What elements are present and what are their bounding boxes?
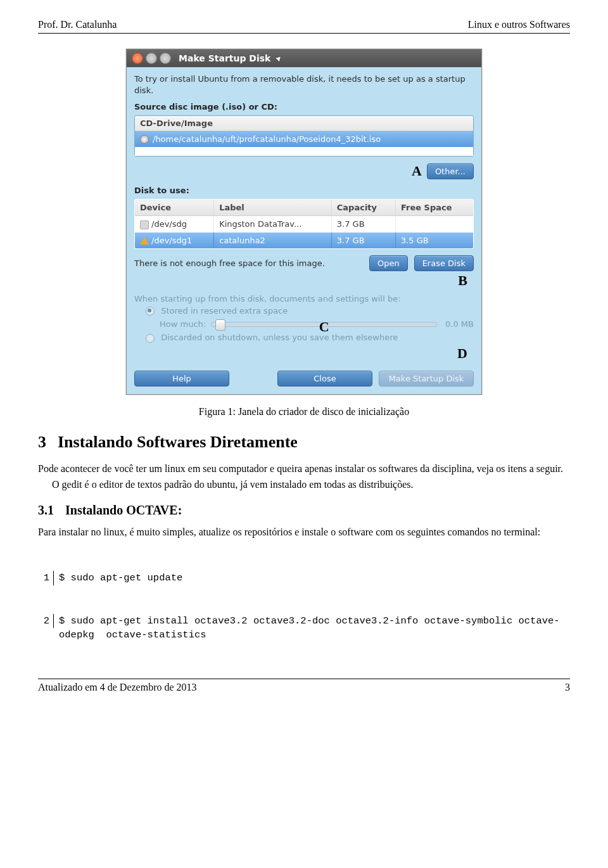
- open-button[interactable]: Open: [369, 255, 408, 271]
- cell-device: /dev/sdg1: [151, 236, 192, 245]
- code-text: $ sudo apt-get install octave3.2 octave3…: [59, 614, 570, 642]
- disk-label: Disk to use:: [134, 186, 474, 195]
- header-rule: [38, 33, 570, 34]
- lineno: 1: [38, 571, 54, 585]
- section-3-1-title: Instalando OCTAVE:: [65, 503, 182, 517]
- erase-disk-button[interactable]: Erase Disk: [414, 255, 474, 271]
- col-free[interactable]: Free Space: [395, 200, 473, 216]
- cell-capacity: 3.7 GB: [331, 216, 395, 233]
- section-3-title: Instalando Softwares Diretamente: [58, 433, 298, 451]
- annotation-b: B: [458, 272, 467, 288]
- cell-label: catalunha2: [214, 233, 332, 249]
- table-row[interactable]: /dev/sdg Kingston DataTrav... 3.7 GB: [135, 216, 474, 233]
- window-titlebar[interactable]: Make Startup Disk: [127, 49, 481, 67]
- close-icon[interactable]: [132, 53, 143, 64]
- minimize-icon[interactable]: [146, 53, 157, 64]
- cd-icon: [140, 135, 149, 144]
- iso-list-header: CD-Drive/Image: [135, 116, 473, 131]
- status-message: There is not enough free space for this …: [134, 258, 363, 268]
- footer-left: Atualizado em 4 de Dezembro de 2013: [38, 682, 197, 693]
- section-3-p2: O gedit é o editor de textos padrão do u…: [38, 478, 570, 492]
- cell-capacity: 3.7 GB: [331, 233, 395, 249]
- code-text: $ sudo apt-get update: [59, 571, 570, 585]
- slider-value: 0.0 MB: [442, 319, 474, 329]
- close-button[interactable]: Close: [277, 371, 372, 386]
- section-3-heading: 3Instalando Softwares Diretamente: [38, 433, 570, 452]
- radio-discard-label: Discarded on shutdown, unless you save t…: [161, 333, 398, 342]
- cell-free: 3.5 GB: [395, 233, 473, 249]
- cursor-icon: [276, 55, 283, 62]
- cell-device: /dev/sdg: [151, 219, 187, 229]
- disk-icon: [140, 220, 149, 229]
- lineno: 2: [38, 614, 54, 628]
- section-3-1-number: 3.1: [38, 503, 54, 517]
- annotation-d: D: [457, 345, 467, 361]
- iso-blank-row: [135, 147, 473, 156]
- radio-icon: [146, 334, 155, 343]
- footer-rule: [38, 679, 570, 679]
- device-table[interactable]: Device Label Capacity Free Space /dev/sd…: [134, 199, 474, 249]
- col-capacity[interactable]: Capacity: [331, 200, 395, 216]
- persistence-intro: When starting up from this disk, documen…: [134, 294, 474, 303]
- slider-thumb[interactable]: [215, 319, 225, 331]
- section-3-number: 3: [38, 433, 46, 451]
- figure-container: Make Startup Disk To try or install Ubun…: [38, 49, 570, 395]
- col-device[interactable]: Device: [135, 200, 214, 216]
- cell-label: Kingston DataTrav...: [214, 216, 332, 233]
- maximize-icon[interactable]: [160, 53, 171, 64]
- window-title: Make Startup Disk: [179, 53, 270, 63]
- screenshot-make-startup-disk: Make Startup Disk To try or install Ubun…: [126, 49, 482, 395]
- iso-selected-row[interactable]: /home/catalunha/uft/profcatalunha/Poseid…: [135, 131, 473, 147]
- figure-caption: Figura 1: Janela do criador de disco de …: [38, 406, 570, 418]
- cell-free: [395, 216, 473, 233]
- code-line: 1 $ sudo apt-get update: [38, 571, 570, 585]
- help-button[interactable]: Help: [134, 371, 229, 386]
- other-button[interactable]: Other...: [427, 163, 474, 179]
- make-startup-disk-button: Make Startup Disk: [379, 371, 474, 386]
- radio-stored: Stored in reserved extra space: [146, 306, 474, 316]
- iso-listbox[interactable]: CD-Drive/Image /home/catalunha/uft/profc…: [134, 115, 474, 156]
- section-3-1-heading: 3.1Instalando OCTAVE:: [38, 503, 570, 518]
- intro-text: To try or install Ubuntu from a removabl…: [134, 73, 474, 96]
- radio-stored-label: Stored in reserved extra space: [161, 306, 288, 316]
- annotation-a: A: [412, 163, 422, 179]
- source-label: Source disc image (.iso) or CD:: [134, 102, 474, 112]
- iso-path: /home/catalunha/uft/profcatalunha/Poseid…: [153, 134, 381, 144]
- section-3-p1: Pode acontecer de você ter um linux em s…: [38, 462, 570, 476]
- code-line: 2 $ sudo apt-get install octave3.2 octav…: [38, 614, 570, 642]
- header-right: Linux e outros Softwares: [468, 19, 570, 30]
- section-3-1-p1: Para instalar no linux, é muito simples,…: [38, 525, 570, 539]
- header-left: Prof. Dr. Catalunha: [38, 19, 117, 30]
- table-row[interactable]: /dev/sdg1 catalunha2 3.7 GB 3.5 GB: [135, 233, 474, 249]
- radio-discard: Discarded on shutdown, unless you save t…: [146, 333, 474, 343]
- footer-right: 3: [565, 682, 570, 693]
- col-label[interactable]: Label: [214, 200, 332, 216]
- radio-icon: [146, 307, 155, 316]
- warning-icon: [140, 237, 149, 245]
- howmuch-slider: How much: C 0.0 MB: [160, 319, 474, 329]
- annotation-c: C: [319, 319, 329, 335]
- code-listing: 1 $ sudo apt-get update 2 $ sudo apt-get…: [38, 542, 570, 670]
- slider-track[interactable]: C: [211, 322, 437, 327]
- howmuch-label: How much:: [160, 319, 206, 329]
